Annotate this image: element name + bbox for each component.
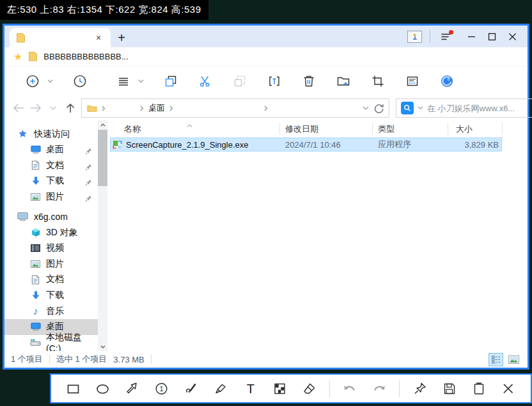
rename-button[interactable]: [262, 70, 287, 93]
desktop-icon: [31, 322, 41, 331]
eraser-tool-button[interactable]: [300, 379, 319, 399]
marker-tool-button[interactable]: [212, 379, 231, 399]
copy-button[interactable]: [158, 70, 184, 93]
sidebar-item-downloads[interactable]: 下载: [4, 288, 98, 304]
sidebar-item-3d-objects[interactable]: 3D 对象: [4, 224, 98, 240]
sort-ascending-icon: [187, 120, 192, 129]
address-dropdown-icon[interactable]: [363, 106, 369, 111]
text-tool-button[interactable]: T: [241, 379, 260, 399]
maximize-button[interactable]: [481, 27, 502, 46]
tab-count-badge[interactable]: 1: [407, 31, 422, 43]
sidebar-item-documents-qa[interactable]: 文档: [4, 158, 98, 174]
computer-icon: [17, 212, 28, 221]
sidebar-item-pictures[interactable]: 图片: [4, 256, 98, 272]
sidebar-item-pictures-qa[interactable]: 图片: [4, 189, 98, 205]
column-header-date[interactable]: 修改日期: [280, 123, 373, 135]
number-tool-button[interactable]: 1: [152, 379, 171, 399]
sidebar-item-quick-access[interactable]: 快速访问: [4, 126, 98, 142]
new-folder-icon: [336, 74, 351, 89]
search-box[interactable]: [396, 98, 532, 118]
details-pane-icon: [405, 74, 420, 89]
toolbar-separator: [329, 380, 330, 397]
sidebar-item-videos[interactable]: 视频: [4, 240, 98, 256]
column-headers: 名称 修改日期 类型 大小: [110, 120, 528, 136]
column-header-type[interactable]: 类型: [373, 123, 448, 135]
sort-dropdown[interactable]: [136, 79, 145, 83]
save-button[interactable]: [440, 379, 459, 399]
search-engine-icon[interactable]: [401, 102, 414, 114]
scroll-up-icon[interactable]: [98, 120, 107, 129]
folder-icon: [16, 33, 26, 43]
tab-close-icon[interactable]: ×: [93, 33, 104, 43]
picture-icon: [31, 193, 40, 201]
ellipse-icon: [95, 381, 111, 396]
mosaic-tool-button[interactable]: [270, 379, 290, 399]
new-item-dropdown[interactable]: [45, 79, 54, 83]
column-header-size[interactable]: 大小: [448, 123, 503, 135]
capture-coordinates-label: 左:530 上:83 右:1354 下:622 宽:824 高:539: [0, 0, 208, 20]
address-row: 桌面: [4, 96, 528, 120]
crop-button[interactable]: [365, 70, 391, 93]
column-header-name[interactable]: 名称: [110, 123, 280, 135]
refresh-icon[interactable]: [373, 103, 384, 113]
search-input[interactable]: [427, 104, 532, 113]
file-date-cell: 2024/7/1 10:46: [280, 140, 373, 150]
picture-icon: [31, 260, 40, 268]
breadcrumb-desktop[interactable]: 桌面: [148, 102, 165, 114]
blue-sphere-icon: [439, 74, 455, 89]
sidebar-scrollbar[interactable]: [98, 120, 107, 351]
sidebar-item-desktop-qa[interactable]: 桌面: [4, 142, 98, 158]
scrollbar-thumb[interactable]: [98, 130, 107, 186]
new-item-button[interactable]: [20, 70, 45, 93]
menu-button[interactable]: [438, 28, 455, 45]
eraser-icon: [302, 381, 317, 396]
breadcrumb-chevron-icon: [102, 105, 106, 111]
close-capture-button[interactable]: [499, 379, 518, 399]
desktop-icon: [31, 145, 41, 154]
capture-coordinates-text: 左:530 上:83 右:1354 下:622 宽:824 高:539: [7, 4, 201, 16]
thumbnail-view-button[interactable]: [506, 353, 521, 366]
arrow-tool-button[interactable]: [123, 379, 142, 399]
close-button[interactable]: [502, 27, 522, 46]
pin-icon: [85, 179, 92, 186]
ellipse-tool-button[interactable]: [93, 379, 113, 399]
sort-button[interactable]: [111, 70, 136, 93]
trash-icon: [301, 74, 317, 89]
main-area: 快速访问 桌面 文档 下载: [4, 120, 528, 351]
delete-button[interactable]: [296, 70, 322, 93]
new-folder-button[interactable]: [331, 70, 356, 93]
sidebar-item-this-pc[interactable]: x6g.com: [4, 208, 98, 224]
pen-tool-button[interactable]: [182, 379, 201, 399]
screen-capture-overlay: 左:530 上:83 右:1354 下:622 宽:824 高:539 × + …: [0, 0, 532, 406]
details-pane-button[interactable]: [400, 70, 425, 93]
new-tab-button[interactable]: +: [111, 28, 132, 47]
arrow-left-icon: [13, 104, 24, 113]
command-toolbar: [4, 66, 528, 96]
sidebar-item-documents[interactable]: 文档: [4, 272, 98, 288]
status-separator: [151, 355, 152, 364]
rectangle-tool-button[interactable]: [64, 379, 83, 399]
sidebar-item-music[interactable]: ♪ 音乐: [4, 303, 98, 319]
explorer-tab[interactable]: ×: [10, 28, 111, 47]
download-icon: [31, 291, 40, 300]
bookmark-label[interactable]: BBBBBBBBBBBBBB...: [43, 52, 128, 61]
copy-to-clipboard-button[interactable]: [469, 379, 489, 399]
address-bar[interactable]: 桌面: [81, 98, 389, 118]
scroll-down-icon[interactable]: [98, 342, 107, 351]
cut-button[interactable]: [192, 70, 218, 93]
file-row-selected[interactable]: ScreenCapture_2.1.9_Single.exe 2024/7/1 …: [110, 137, 502, 152]
sidebar-item-downloads-qa[interactable]: 下载: [4, 173, 98, 189]
details-view-button[interactable]: [489, 353, 503, 366]
minimize-button[interactable]: [461, 27, 481, 46]
history-dropdown: [44, 99, 61, 117]
favorite-star-icon[interactable]: ★: [13, 52, 22, 62]
download-icon: [31, 176, 40, 185]
recent-button[interactable]: [67, 70, 93, 93]
up-button[interactable]: [61, 99, 79, 117]
app-logo-button[interactable]: [434, 70, 460, 93]
pin-button[interactable]: [411, 379, 430, 399]
screencapture-exe-icon: [113, 140, 122, 150]
search-dropdown-icon[interactable]: [418, 106, 423, 110]
sidebar-item-local-disk-c[interactable]: 本地磁盘 (C:): [4, 335, 98, 351]
chevron-down-icon: [138, 79, 144, 83]
